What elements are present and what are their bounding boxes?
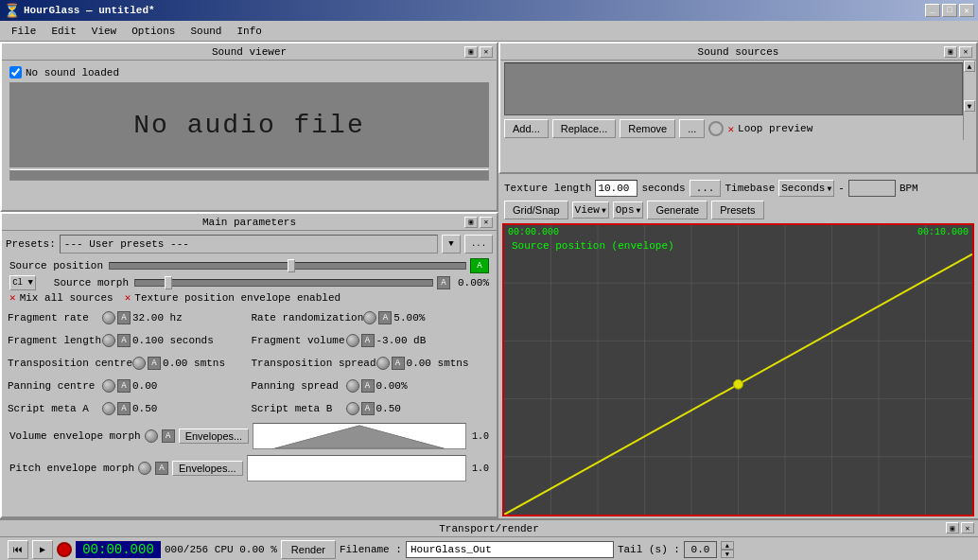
script-meta-b-label: Script meta B — [252, 403, 346, 414]
source-morph-thumb[interactable] — [165, 276, 172, 289]
main-params-close[interactable]: ✕ — [480, 217, 493, 228]
sound-sources-controls[interactable]: ▣ ✕ — [944, 46, 972, 58]
main-params-controls[interactable]: ▣ ✕ — [464, 217, 493, 228]
rate-randomization-knob[interactable] — [363, 311, 376, 324]
scroll-up-btn[interactable]: ▲ — [964, 61, 975, 72]
menu-sound[interactable]: Sound — [183, 24, 229, 39]
tail-spin-up[interactable]: ▲ — [721, 541, 734, 550]
cl-button[interactable]: Cl ▼ — [9, 275, 36, 290]
view-dropdown[interactable]: View ▼ — [572, 201, 609, 219]
script-meta-a-knob[interactable] — [102, 402, 115, 415]
source-position-slider[interactable] — [109, 262, 466, 270]
bpm-input[interactable] — [848, 180, 896, 197]
menu-info[interactable]: Info — [229, 24, 269, 39]
fragment-volume-label: Fragment volume — [252, 335, 346, 346]
rate-randomization-label: Rate randomization — [252, 312, 364, 324]
grid-snap-btn[interactable]: Grid/Snap — [504, 201, 568, 219]
pitch-envelopes-btn[interactable]: Envelopes... — [172, 461, 243, 476]
sound-viewer-controls[interactable]: ▣ ✕ — [464, 46, 493, 58]
play-btn[interactable]: ▶ — [32, 540, 53, 559]
menu-file[interactable]: File — [4, 24, 44, 39]
rate-randomization-a-btn[interactable]: A — [378, 311, 392, 324]
scroll-down-btn[interactable]: ▼ — [964, 100, 975, 112]
pitch-envelope-knob[interactable] — [138, 462, 151, 475]
sound-viewer-close[interactable]: ✕ — [480, 46, 493, 58]
sources-list[interactable] — [504, 62, 963, 115]
no-sound-checkbox[interactable] — [9, 66, 22, 79]
minimize-button[interactable]: _ — [925, 4, 940, 17]
timebase-dropdown[interactable]: Seconds ▼ — [778, 180, 834, 197]
panning-spread-a-btn[interactable]: A — [361, 379, 375, 393]
script-meta-a-btn[interactable]: A — [117, 402, 131, 415]
tail-spin-down[interactable]: ▼ — [721, 550, 734, 558]
texture-length-label: Texture length — [504, 183, 591, 194]
fragment-length-a-btn[interactable]: A — [117, 334, 131, 347]
fragment-length-value: 0.100 seconds — [132, 335, 214, 346]
script-meta-b-knob[interactable] — [346, 402, 359, 415]
fragment-length-knob[interactable] — [102, 334, 115, 347]
fragment-rate-knob[interactable] — [102, 311, 115, 324]
volume-envelope-knob[interactable] — [145, 429, 158, 443]
replace-source-btn[interactable]: Replace... — [552, 119, 617, 138]
pitch-envelope-a-btn[interactable]: A — [155, 462, 168, 475]
grid-controls: Grid/Snap View ▼ Ops ▼ Generate Presets — [500, 201, 976, 221]
sound-viewer-restore[interactable]: ▣ — [464, 46, 478, 58]
texture-length-btn[interactable]: ... — [690, 180, 722, 197]
transport-controls-btns[interactable]: ▣ ✕ — [946, 522, 974, 534]
scroll-track[interactable] — [964, 72, 976, 100]
filename-input[interactable] — [406, 541, 614, 558]
filename-label: Filename : — [340, 544, 402, 555]
volume-envelopes-btn[interactable]: Envelopes... — [179, 429, 250, 444]
sound-viewer-content: No sound loaded No audio file — [2, 61, 497, 186]
no-audio-text: No audio file — [133, 111, 364, 140]
script-meta-b-btn[interactable]: A — [361, 402, 375, 415]
presets-label: Presets: — [6, 238, 56, 250]
right-panel: Sound sources ▣ ✕ Add... Replace... Remo… — [498, 42, 978, 518]
source-position-a-btn[interactable]: A — [470, 258, 489, 273]
fragment-volume-a-btn[interactable]: A — [361, 334, 375, 347]
sound-sources-close[interactable]: ✕ — [959, 46, 972, 58]
source-morph-a-btn[interactable]: A — [437, 276, 450, 289]
transposition-spread-knob[interactable] — [376, 357, 390, 370]
transposition-centre-knob[interactable] — [132, 357, 146, 370]
render-btn[interactable]: Render — [281, 540, 336, 559]
panning-centre-knob[interactable] — [102, 379, 115, 393]
fragment-volume-knob[interactable] — [346, 334, 359, 347]
volume-envelope-a-btn[interactable]: A — [162, 429, 175, 443]
presets-extra-btn[interactable]: ... — [464, 235, 493, 254]
record-btn[interactable] — [57, 542, 72, 557]
transport-restore[interactable]: ▣ — [946, 522, 959, 534]
transposition-spread-a-btn[interactable]: A — [392, 357, 405, 370]
presets-arrow-btn[interactable]: ▼ — [442, 235, 461, 254]
tail-spinners[interactable]: ▲ ▼ — [721, 541, 734, 558]
script-meta-b-value: 0.50 — [376, 403, 452, 414]
menu-view[interactable]: View — [84, 24, 124, 39]
menu-options[interactable]: Options — [124, 24, 183, 39]
presets-dropdown[interactable]: --- User presets --- — [60, 235, 438, 254]
ops-dropdown[interactable]: Ops ▼ — [613, 201, 644, 219]
generate-btn[interactable]: Generate — [647, 201, 707, 219]
extra-source-btn[interactable]: ... — [679, 119, 705, 138]
skip-back-btn[interactable]: ⏮ — [8, 540, 28, 559]
playback-progress[interactable] — [9, 169, 489, 181]
remove-source-btn[interactable]: Remove — [620, 119, 675, 138]
transport-close[interactable]: ✕ — [961, 522, 974, 534]
texture-length-input[interactable] — [595, 180, 637, 197]
app-title: HourGlass — untitled* — [24, 5, 921, 16]
envelope-editor[interactable]: 00:00.000 00:10.000 Source position (env… — [502, 223, 974, 516]
menu-edit[interactable]: Edit — [44, 24, 83, 39]
close-button[interactable]: ✕ — [959, 4, 974, 17]
window-controls[interactable]: _ □ ✕ — [925, 4, 974, 17]
maximize-button[interactable]: □ — [942, 4, 957, 17]
texture-presets-btn[interactable]: Presets — [711, 201, 763, 219]
fragment-rate-a-btn[interactable]: A — [117, 311, 131, 324]
main-params-restore[interactable]: ▣ — [464, 217, 478, 228]
panning-centre-a-btn[interactable]: A — [117, 379, 131, 393]
add-source-btn[interactable]: Add... — [504, 119, 549, 138]
sound-sources-restore[interactable]: ▣ — [944, 46, 957, 58]
source-morph-slider[interactable] — [134, 279, 433, 287]
tail-input[interactable] — [684, 541, 717, 558]
transposition-centre-a-btn[interactable]: A — [148, 357, 161, 370]
source-position-thumb[interactable] — [288, 259, 295, 272]
panning-spread-knob[interactable] — [346, 379, 359, 393]
